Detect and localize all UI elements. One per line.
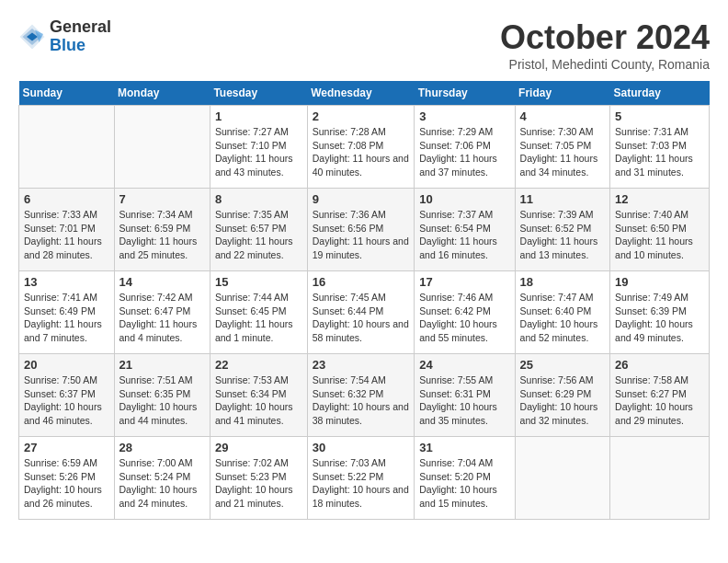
- day-info: Sunrise: 7:04 AMSunset: 5:20 PMDaylight:…: [419, 456, 509, 511]
- calendar-cell: [515, 437, 610, 520]
- day-info: Sunrise: 7:41 AMSunset: 6:49 PMDaylight:…: [24, 291, 109, 345]
- calendar-table: Sunday Monday Tuesday Wednesday Thursday…: [18, 81, 710, 520]
- day-number: 11: [520, 192, 606, 206]
- day-number: 6: [24, 192, 109, 206]
- day-info: Sunrise: 7:49 AMSunset: 6:39 PMDaylight:…: [615, 291, 704, 345]
- day-number: 22: [215, 358, 302, 372]
- day-info: Sunrise: 7:42 AMSunset: 6:47 PMDaylight:…: [119, 291, 205, 345]
- calendar-cell: 4 Sunrise: 7:30 AMSunset: 7:05 PMDayligh…: [515, 106, 610, 189]
- calendar-cell: 3 Sunrise: 7:29 AMSunset: 7:06 PMDayligh…: [415, 106, 515, 189]
- calendar-cell: 1 Sunrise: 7:27 AMSunset: 7:10 PMDayligh…: [210, 106, 307, 189]
- day-number: 16: [313, 275, 410, 289]
- month-title: October 2024: [500, 18, 710, 57]
- calendar-cell: 6 Sunrise: 7:33 AMSunset: 7:01 PMDayligh…: [19, 189, 115, 271]
- day-info: Sunrise: 7:37 AMSunset: 6:54 PMDaylight:…: [419, 208, 509, 262]
- day-number: 27: [24, 441, 109, 454]
- day-info: Sunrise: 7:55 AMSunset: 6:31 PMDaylight:…: [419, 373, 509, 428]
- day-number: 18: [520, 275, 606, 289]
- header-wednesday: Wednesday: [307, 81, 415, 106]
- header-sunday: Sunday: [19, 81, 115, 106]
- day-number: 13: [24, 275, 109, 289]
- calendar-cell: 19 Sunrise: 7:49 AMSunset: 6:39 PMDaylig…: [610, 271, 710, 354]
- logo-blue: Blue: [50, 37, 111, 55]
- calendar-cell: 8 Sunrise: 7:35 AMSunset: 6:57 PMDayligh…: [210, 189, 307, 271]
- week-row-2: 6 Sunrise: 7:33 AMSunset: 7:01 PMDayligh…: [19, 189, 710, 271]
- page-header: General Blue October 2024 Pristol, Mehed…: [18, 18, 710, 72]
- day-number: 8: [215, 192, 302, 206]
- location: Pristol, Mehedinti County, Romania: [500, 57, 710, 72]
- calendar-cell: 11 Sunrise: 7:39 AMSunset: 6:52 PMDaylig…: [515, 189, 610, 271]
- day-number: 10: [419, 192, 509, 206]
- day-number: 7: [119, 192, 205, 206]
- day-info: Sunrise: 7:28 AMSunset: 7:08 PMDaylight:…: [313, 125, 410, 179]
- day-info: Sunrise: 7:45 AMSunset: 6:44 PMDaylight:…: [313, 291, 410, 345]
- day-info: Sunrise: 7:02 AMSunset: 5:23 PMDaylight:…: [215, 456, 302, 511]
- logo-icon: [18, 23, 46, 51]
- day-number: 31: [419, 441, 509, 454]
- calendar-cell: 17 Sunrise: 7:46 AMSunset: 6:42 PMDaylig…: [415, 271, 515, 354]
- week-row-4: 20 Sunrise: 7:50 AMSunset: 6:37 PMDaylig…: [19, 354, 710, 437]
- calendar-cell: 22 Sunrise: 7:53 AMSunset: 6:34 PMDaylig…: [210, 354, 307, 437]
- calendar-body: 1 Sunrise: 7:27 AMSunset: 7:10 PMDayligh…: [19, 106, 710, 520]
- calendar-cell: 30 Sunrise: 7:03 AMSunset: 5:22 PMDaylig…: [307, 437, 415, 520]
- calendar-cell: 26 Sunrise: 7:58 AMSunset: 6:27 PMDaylig…: [610, 354, 710, 437]
- day-number: 2: [313, 109, 410, 123]
- day-number: 17: [419, 275, 509, 289]
- day-number: 5: [615, 109, 704, 123]
- day-number: 15: [215, 275, 302, 289]
- day-number: 21: [119, 358, 205, 372]
- day-info: Sunrise: 7:50 AMSunset: 6:37 PMDaylight:…: [24, 373, 109, 428]
- calendar-cell: 21 Sunrise: 7:51 AMSunset: 6:35 PMDaylig…: [114, 354, 210, 437]
- calendar-cell: 29 Sunrise: 7:02 AMSunset: 5:23 PMDaylig…: [210, 437, 307, 520]
- day-number: 19: [615, 275, 704, 289]
- day-info: Sunrise: 7:44 AMSunset: 6:45 PMDaylight:…: [215, 291, 302, 345]
- calendar-cell: 27 Sunrise: 6:59 AMSunset: 5:26 PMDaylig…: [19, 437, 115, 520]
- day-info: Sunrise: 7:29 AMSunset: 7:06 PMDaylight:…: [419, 125, 509, 179]
- calendar-cell: 10 Sunrise: 7:37 AMSunset: 6:54 PMDaylig…: [415, 189, 515, 271]
- day-info: Sunrise: 7:53 AMSunset: 6:34 PMDaylight:…: [215, 373, 302, 428]
- header-thursday: Thursday: [415, 81, 515, 106]
- day-info: Sunrise: 7:00 AMSunset: 5:24 PMDaylight:…: [119, 456, 205, 511]
- header-monday: Monday: [114, 81, 210, 106]
- calendar-cell: 13 Sunrise: 7:41 AMSunset: 6:49 PMDaylig…: [19, 271, 115, 354]
- day-info: Sunrise: 7:39 AMSunset: 6:52 PMDaylight:…: [520, 208, 606, 262]
- day-info: Sunrise: 7:33 AMSunset: 7:01 PMDaylight:…: [24, 208, 109, 262]
- day-number: 4: [520, 109, 606, 123]
- day-info: Sunrise: 7:46 AMSunset: 6:42 PMDaylight:…: [419, 291, 509, 345]
- day-info: Sunrise: 7:03 AMSunset: 5:22 PMDaylight:…: [313, 456, 410, 511]
- calendar-cell: 12 Sunrise: 7:40 AMSunset: 6:50 PMDaylig…: [610, 189, 710, 271]
- calendar-cell: 9 Sunrise: 7:36 AMSunset: 6:56 PMDayligh…: [307, 189, 415, 271]
- day-info: Sunrise: 7:58 AMSunset: 6:27 PMDaylight:…: [615, 373, 704, 428]
- calendar-cell: 31 Sunrise: 7:04 AMSunset: 5:20 PMDaylig…: [415, 437, 515, 520]
- day-info: Sunrise: 7:36 AMSunset: 6:56 PMDaylight:…: [313, 208, 410, 262]
- day-info: Sunrise: 7:40 AMSunset: 6:50 PMDaylight:…: [615, 208, 704, 262]
- day-number: 14: [119, 275, 205, 289]
- calendar-cell: 24 Sunrise: 7:55 AMSunset: 6:31 PMDaylig…: [415, 354, 515, 437]
- calendar-header: Sunday Monday Tuesday Wednesday Thursday…: [19, 81, 710, 106]
- logo-general: General: [50, 18, 111, 37]
- day-number: 25: [520, 358, 606, 372]
- logo-text: General Blue: [50, 18, 111, 55]
- header-tuesday: Tuesday: [210, 81, 307, 106]
- day-number: 12: [615, 192, 704, 206]
- day-number: 3: [419, 109, 509, 123]
- day-number: 1: [215, 109, 302, 123]
- day-info: Sunrise: 7:34 AMSunset: 6:59 PMDaylight:…: [119, 208, 205, 262]
- day-info: Sunrise: 7:56 AMSunset: 6:29 PMDaylight:…: [520, 373, 606, 428]
- calendar-cell: 16 Sunrise: 7:45 AMSunset: 6:44 PMDaylig…: [307, 271, 415, 354]
- day-number: 24: [419, 358, 509, 372]
- calendar-cell: [19, 106, 115, 189]
- day-number: 26: [615, 358, 704, 372]
- logo: General Blue: [18, 18, 111, 55]
- title-section: October 2024 Pristol, Mehedinti County, …: [500, 18, 710, 72]
- header-saturday: Saturday: [610, 81, 710, 106]
- day-number: 28: [119, 441, 205, 454]
- day-number: 20: [24, 358, 109, 372]
- week-row-1: 1 Sunrise: 7:27 AMSunset: 7:10 PMDayligh…: [19, 106, 710, 189]
- calendar-cell: 23 Sunrise: 7:54 AMSunset: 6:32 PMDaylig…: [307, 354, 415, 437]
- calendar-cell: 25 Sunrise: 7:56 AMSunset: 6:29 PMDaylig…: [515, 354, 610, 437]
- week-row-5: 27 Sunrise: 6:59 AMSunset: 5:26 PMDaylig…: [19, 437, 710, 520]
- calendar-cell: 15 Sunrise: 7:44 AMSunset: 6:45 PMDaylig…: [210, 271, 307, 354]
- day-number: 29: [215, 441, 302, 454]
- day-info: Sunrise: 7:30 AMSunset: 7:05 PMDaylight:…: [520, 125, 606, 179]
